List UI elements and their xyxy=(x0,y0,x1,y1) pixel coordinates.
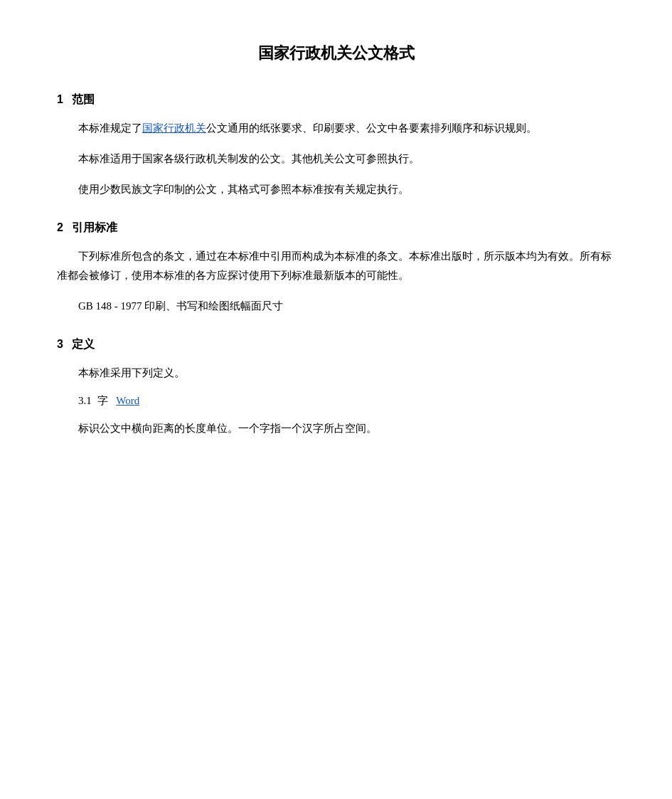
subsection-3-1-number: 3.1 xyxy=(78,395,92,406)
section-1-para-2: 本标准适用于国家各级行政机关制发的公文。其他机关公文可参照执行。 xyxy=(57,149,615,169)
para-1-text-before: 本标准规定了 xyxy=(78,122,142,134)
section-1-heading: 1 范围 xyxy=(57,92,615,107)
section-2-heading: 2 引用标准 xyxy=(57,221,615,236)
section-3-para-1: 本标准采用下列定义。 xyxy=(57,364,615,383)
section-2: 2 引用标准 下列标准所包含的条文，通过在本标准中引用而构成为本标准的条文。本标… xyxy=(57,221,615,316)
section-2-number: 2 xyxy=(57,221,63,234)
subsection-3-1: 3.1 字 Word xyxy=(78,394,615,408)
para-1-text-after: 公文通用的纸张要求、印刷要求、公文中各要素排列顺序和标识规则。 xyxy=(206,122,537,134)
section-1-number: 1 xyxy=(57,93,63,106)
section-3: 3 定义 本标准采用下列定义。 3.1 字 Word 标识公文中横向距离的长度单… xyxy=(57,337,615,438)
section-3-heading: 3 定义 xyxy=(57,337,615,352)
word-link[interactable]: Word xyxy=(116,395,139,406)
section-3-title: 定义 xyxy=(72,338,95,350)
subsection-3-1-label: 字 xyxy=(97,395,108,406)
guojia-link[interactable]: 国家行政机关 xyxy=(142,122,206,134)
ref-item-1: GB 148 - 1977 印刷、书写和绘图纸幅面尺寸 xyxy=(78,297,615,316)
document-title: 国家行政机关公文格式 xyxy=(57,43,615,64)
section-2-title: 引用标准 xyxy=(72,221,117,233)
subsection-3-1-definition: 标识公文中横向距离的长度单位。一个字指一个汉字所占空间。 xyxy=(57,419,615,438)
section-1: 1 范围 本标准规定了国家行政机关公文通用的纸张要求、印刷要求、公文中各要素排列… xyxy=(57,92,615,199)
section-2-para-1: 下列标准所包含的条文，通过在本标准中引用而构成为本标准的条文。本标准出版时，所示… xyxy=(57,247,615,285)
section-1-para-1: 本标准规定了国家行政机关公文通用的纸张要求、印刷要求、公文中各要素排列顺序和标识… xyxy=(57,119,615,138)
section-3-number: 3 xyxy=(57,338,63,351)
document-container: 国家行政机关公文格式 1 范围 本标准规定了国家行政机关公文通用的纸张要求、印刷… xyxy=(57,43,615,438)
section-1-para-3: 使用少数民族文字印制的公文，其格式可参照本标准按有关规定执行。 xyxy=(57,180,615,199)
section-1-title: 范围 xyxy=(72,93,95,105)
